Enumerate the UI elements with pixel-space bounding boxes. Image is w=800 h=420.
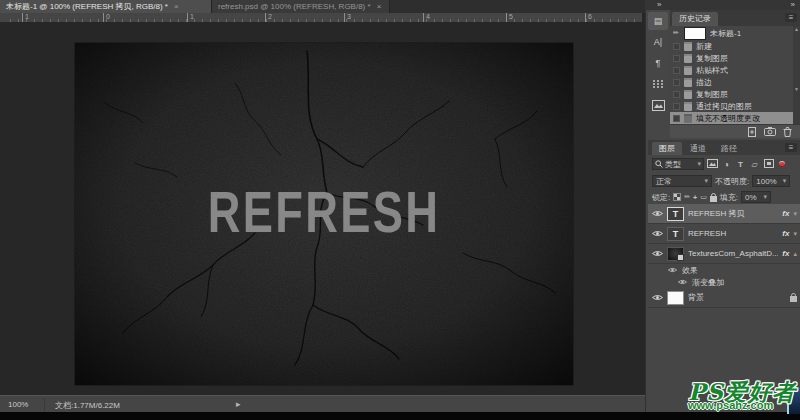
history-source-checkbox[interactable] [673, 43, 680, 50]
layer-name[interactable]: TexturesCom_AsphaltD... [688, 249, 778, 258]
visibility-eye-icon[interactable] [651, 230, 663, 237]
brush-presets-panel-icon[interactable] [648, 75, 668, 93]
history-item[interactable]: 描边 [670, 76, 793, 88]
history-list: ✏ 未标题-1 新建 复制图层 粘贴样式 描边 [670, 26, 800, 124]
chevron-down-icon: ▾ [783, 177, 787, 185]
history-item[interactable]: 新建 [670, 40, 793, 52]
tab-channels[interactable]: 通道 [683, 142, 713, 155]
history-source-checkbox[interactable] [673, 115, 680, 122]
history-source-checkbox[interactable] [673, 91, 680, 98]
collapse-panels-icon[interactable]: » [657, 0, 660, 9]
fill-dropdown[interactable]: 0% ▾ [741, 191, 771, 203]
history-state-icon [684, 42, 692, 51]
lock-pixels-brush-icon[interactable]: ✏ [684, 193, 690, 201]
tab-refresh-psd[interactable]: refresh.psd @ 100% (REFRESH, RGB/8) * × [212, 0, 390, 13]
layer-name[interactable]: REFRESH 拷贝 [688, 208, 778, 219]
zoom-level-field[interactable]: 100% [8, 400, 28, 409]
filter-pixel-layers-icon[interactable] [707, 159, 718, 170]
visibility-eye-icon[interactable] [651, 250, 663, 257]
history-item[interactable]: 粘贴样式 [670, 64, 793, 76]
chevron-down-icon[interactable]: ▾ [793, 230, 797, 238]
visibility-eye-icon[interactable] [651, 210, 663, 217]
lock-artboard-icon[interactable]: ▭ [700, 193, 707, 201]
delete-history-trash-icon[interactable] [783, 127, 792, 137]
history-item[interactable]: 复制图层 [670, 88, 793, 100]
new-snapshot-camera-icon[interactable] [764, 127, 776, 136]
blend-mode-dropdown[interactable]: 正常 ▾ [652, 175, 712, 187]
paragraph-panel-icon[interactable]: ¶ [648, 54, 668, 72]
history-state-icon [684, 114, 692, 123]
chevron-down-icon: ▾ [764, 193, 768, 201]
layer-fx-badge[interactable]: fx [782, 229, 789, 238]
filter-toggle-icon[interactable] [779, 161, 785, 167]
history-source-checkbox[interactable] [673, 55, 680, 62]
layer-row-refresh[interactable]: T REFRESH fx ▾ [648, 224, 800, 244]
layer-fx-badge[interactable]: fx [782, 249, 789, 258]
new-document-from-state-icon[interactable] [747, 127, 757, 137]
tab-layers[interactable]: 图层 [652, 142, 682, 155]
history-source-checkbox[interactable] [673, 103, 680, 110]
filter-type-layers-icon[interactable]: T [735, 160, 746, 169]
filter-shape-layers-icon[interactable]: ▱ [749, 160, 760, 169]
background-layer-thumbnail[interactable] [667, 291, 684, 305]
layer-row-texture[interactable]: TexturesCom_AsphaltD... fx ▴ [648, 244, 800, 264]
history-panel-icon[interactable]: ▤ [648, 12, 668, 30]
visibility-eye-icon[interactable] [676, 279, 688, 285]
layer-fx-badge[interactable]: fx [782, 209, 789, 218]
effects-group-row[interactable]: 效果 [648, 264, 800, 276]
effects-group-label[interactable]: 效果 [682, 265, 797, 276]
panel-menu-icon[interactable]: ≡ [785, 13, 797, 22]
gradient-overlay-effect-row[interactable]: 渐变叠加 [648, 276, 800, 288]
history-item-selected[interactable]: 填充不透明度更改 [670, 112, 793, 124]
lock-label: 锁定: [652, 192, 670, 203]
history-brush-source-icon[interactable]: ✏ [673, 29, 680, 37]
layers-panel: 图层 通道 路径 ≡ 类型 ▾ ◑ T ▱ 正常 ▾ [648, 140, 800, 412]
history-source-checkbox[interactable] [673, 79, 680, 86]
effect-item-label[interactable]: 渐变叠加 [692, 277, 797, 288]
status-flyout-arrow[interactable]: ▸ [236, 399, 241, 409]
chevron-down-icon[interactable]: ▾ [793, 210, 797, 218]
chevron-down-icon: ▾ [697, 160, 701, 168]
ruler-label: 2 [265, 13, 272, 22]
visibility-eye-icon[interactable] [651, 294, 663, 301]
filter-smart-object-icon[interactable] [763, 159, 774, 170]
image-layer-thumbnail[interactable] [667, 247, 684, 261]
close-icon[interactable]: × [174, 2, 179, 11]
layer-name[interactable]: 背景 [688, 292, 786, 303]
history-item[interactable]: 通过拷贝的图层 [670, 100, 793, 112]
ruler-label: 6 [585, 13, 592, 22]
close-icon[interactable]: × [377, 2, 382, 11]
blend-mode-value: 正常 [656, 176, 672, 187]
opacity-dropdown[interactable]: 100% ▾ [752, 175, 790, 187]
history-state-icon [684, 90, 692, 99]
layer-row-background[interactable]: 背景 [648, 288, 800, 308]
collapse-dock-icon[interactable]: » [791, 0, 794, 9]
history-item[interactable]: 复制图层 [670, 52, 793, 64]
filter-kind-dropdown[interactable]: 类型 ▾ [652, 158, 704, 170]
history-scrollbar[interactable]: ▲▼ [793, 26, 800, 124]
panel-menu-icon[interactable]: ≡ [785, 143, 797, 152]
layer-row-refresh-copy[interactable]: T REFRESH 拷贝 fx ▾ [648, 204, 800, 224]
character-panel-icon[interactable]: A| [648, 33, 668, 51]
snapshot-thumbnail[interactable] [684, 27, 706, 40]
tab-paths[interactable]: 路径 [714, 142, 744, 155]
lock-position-icon[interactable]: + [693, 194, 697, 201]
tab-untitled-1[interactable]: 未标题-1 @ 100% (REFRESH 拷贝, RGB/8) * × [0, 0, 212, 13]
layer-name[interactable]: REFRESH [688, 229, 778, 238]
history-item-label: 填充不透明度更改 [696, 113, 760, 124]
history-tab[interactable]: 历史记录 [672, 12, 718, 26]
text-layer-thumbnail[interactable]: T [667, 227, 684, 241]
library-panel-icon[interactable] [648, 96, 668, 114]
lock-all-icon[interactable] [710, 193, 717, 202]
text-layer-thumbnail[interactable]: T [667, 207, 684, 221]
fill-label: 填充: [720, 192, 738, 203]
visibility-eye-icon[interactable] [666, 267, 678, 273]
history-snapshot-row[interactable]: ✏ 未标题-1 [670, 26, 793, 40]
canvas-headline-text: REFRESH [130, 178, 518, 245]
chevron-up-icon[interactable]: ▴ [793, 250, 797, 258]
tab-title: refresh.psd @ 100% (REFRESH, RGB/8) * [218, 2, 371, 11]
filter-adjustment-layers-icon[interactable]: ◑ [721, 160, 732, 169]
lock-transparency-icon[interactable] [673, 193, 681, 201]
history-source-checkbox[interactable] [673, 67, 680, 74]
document-canvas[interactable]: REFRESH [75, 43, 573, 385]
